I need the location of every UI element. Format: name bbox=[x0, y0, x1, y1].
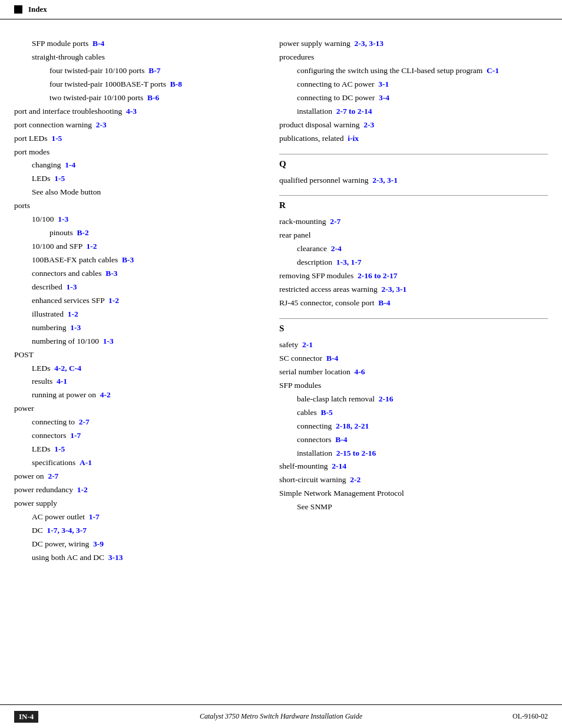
left-entries: SFP module ports B-4straight-through cab… bbox=[14, 37, 262, 565]
index-entry: running at power on 4-2 bbox=[32, 388, 262, 402]
index-entry: SFP modules bbox=[279, 379, 548, 393]
index-entry: clearance 2-4 bbox=[297, 242, 548, 256]
index-entry: straight-through cables bbox=[32, 51, 262, 64]
left-column: SFP module ports B-4straight-through cab… bbox=[14, 37, 273, 565]
right-sections: Qqualified personnel warning 2-3, 3-1Rra… bbox=[279, 154, 548, 515]
page-number: IN-4 bbox=[14, 711, 38, 723]
top-bar: Index bbox=[0, 0, 562, 19]
index-entry: numbering 1-3 bbox=[32, 321, 262, 335]
index-entry: ports bbox=[14, 199, 262, 213]
index-entry: power bbox=[14, 402, 262, 416]
index-entry: four twisted-pair 1000BASE-T ports B-8 bbox=[49, 78, 262, 91]
section-divider bbox=[279, 154, 548, 154]
index-entry: port connection warning 2-3 bbox=[14, 118, 262, 132]
section-letter: S bbox=[279, 324, 548, 334]
index-entry: connecting to DC power 3-4 bbox=[297, 91, 548, 105]
index-entry: restricted access areas warning 2-3, 3-1 bbox=[279, 283, 548, 297]
index-entry: port modes bbox=[14, 146, 262, 159]
bottom-bar: IN-4 Catalyst 3750 Metro Switch Hardware… bbox=[0, 704, 562, 728]
index-entry: power redundancy 1-2 bbox=[14, 483, 262, 497]
index-entry: illustrated 1-2 bbox=[32, 308, 262, 321]
index-entry: using both AC and DC 3-13 bbox=[32, 551, 262, 565]
index-entry: SFP module ports B-4 bbox=[32, 37, 262, 51]
index-entry: Simple Network Management Protocol bbox=[279, 487, 548, 500]
index-entry: cables B-5 bbox=[297, 406, 548, 420]
index-entry: connecting to 2-7 bbox=[32, 416, 262, 429]
index-entry: serial number location 4-6 bbox=[279, 365, 548, 379]
index-entry: LEDs 4-2, C-4 bbox=[32, 362, 262, 375]
index-entry: numbering of 10/100 1-3 bbox=[32, 335, 262, 348]
index-entry: port LEDs 1-5 bbox=[14, 132, 262, 146]
index-entry: described 1-3 bbox=[32, 281, 262, 294]
right-column: power supply warning 2-3, 3-13procedures… bbox=[273, 37, 548, 565]
index-entry: description 1-3, 1-7 bbox=[297, 256, 548, 269]
index-entry: LEDs 1-5 bbox=[32, 443, 262, 456]
index-entry: product disposal warning 2-3 bbox=[279, 118, 548, 132]
main-content: SFP module ports B-4straight-through cab… bbox=[0, 19, 562, 600]
bottom-left: IN-4 bbox=[14, 711, 38, 723]
index-entry: DC 1-7, 3-4, 3-7 bbox=[32, 524, 262, 538]
index-entry: connectors 1-7 bbox=[32, 429, 262, 443]
index-entry: configuring the switch using the CLI-bas… bbox=[297, 64, 548, 78]
index-entry: short-circuit warning 2-2 bbox=[279, 473, 548, 487]
index-entry: rack-mounting 2-7 bbox=[279, 215, 548, 229]
index-entry: installation 2-7 to 2-14 bbox=[297, 105, 548, 118]
index-entry: publications, related i-ix bbox=[279, 132, 548, 146]
index-entry: qualified personnel warning 2-3, 3-1 bbox=[279, 174, 548, 187]
index-entry: specifications A-1 bbox=[32, 456, 262, 470]
index-entry: rear panel bbox=[279, 229, 548, 242]
index-entry: bale-clasp latch removal 2-16 bbox=[297, 393, 548, 406]
index-entry: changing 1-4 bbox=[32, 159, 262, 172]
bottom-center-text: Catalyst 3750 Metro Switch Hardware Inst… bbox=[200, 712, 362, 721]
page: Index SFP module ports B-4straight-throu… bbox=[0, 0, 562, 728]
index-entry: safety 2-1 bbox=[279, 338, 548, 352]
index-entry: connecting to AC power 3-1 bbox=[297, 78, 548, 91]
index-entry: connectors B-4 bbox=[297, 433, 548, 447]
index-entry: SC connector B-4 bbox=[279, 352, 548, 365]
section-divider bbox=[279, 318, 548, 319]
index-entry: enhanced services SFP 1-2 bbox=[32, 294, 262, 308]
index-icon bbox=[14, 5, 22, 14]
index-entry: See SNMP bbox=[297, 500, 548, 514]
index-entry: four twisted-pair 10/100 ports B-7 bbox=[49, 64, 262, 78]
index-entry: AC power outlet 1-7 bbox=[32, 510, 262, 524]
index-entry: LEDs 1-5 bbox=[32, 172, 262, 186]
section-letter: R bbox=[279, 200, 548, 210]
bottom-right-text: OL-9160-02 bbox=[513, 712, 548, 721]
index-entry: 100BASE-FX patch cables B-3 bbox=[32, 253, 262, 267]
index-entry: connectors and cables B-3 bbox=[32, 267, 262, 281]
index-entry: shelf-mounting 2-14 bbox=[279, 460, 548, 473]
index-entry: 10/100 and SFP 1-2 bbox=[32, 240, 262, 253]
index-entry: RJ-45 connector, console port B-4 bbox=[279, 297, 548, 310]
index-entry: connecting 2-18, 2-21 bbox=[297, 420, 548, 433]
section-letter: Q bbox=[279, 159, 548, 169]
index-entry: results 4-1 bbox=[32, 375, 262, 388]
top-bar-title: Index bbox=[28, 5, 47, 14]
section-divider bbox=[279, 195, 548, 196]
index-entry: POST bbox=[14, 348, 262, 362]
index-entry: power supply bbox=[14, 497, 262, 510]
index-entry: power on 2-7 bbox=[14, 470, 262, 483]
index-entry: pinouts B-2 bbox=[49, 226, 262, 240]
index-entry: procedures bbox=[279, 51, 548, 64]
index-entry: removing SFP modules 2-16 to 2-17 bbox=[279, 269, 548, 283]
index-entry: See also Mode button bbox=[32, 186, 262, 199]
index-entry: DC power, wiring 3-9 bbox=[32, 538, 262, 551]
index-entry: installation 2-15 to 2-16 bbox=[297, 447, 548, 460]
index-entry: power supply warning 2-3, 3-13 bbox=[279, 37, 548, 51]
index-entry: port and interface troubleshooting 4-3 bbox=[14, 105, 262, 118]
index-entry: 10/100 1-3 bbox=[32, 213, 262, 226]
right-top-entries: power supply warning 2-3, 3-13procedures… bbox=[279, 37, 548, 146]
index-entry: two twisted-pair 10/100 ports B-6 bbox=[49, 91, 262, 105]
